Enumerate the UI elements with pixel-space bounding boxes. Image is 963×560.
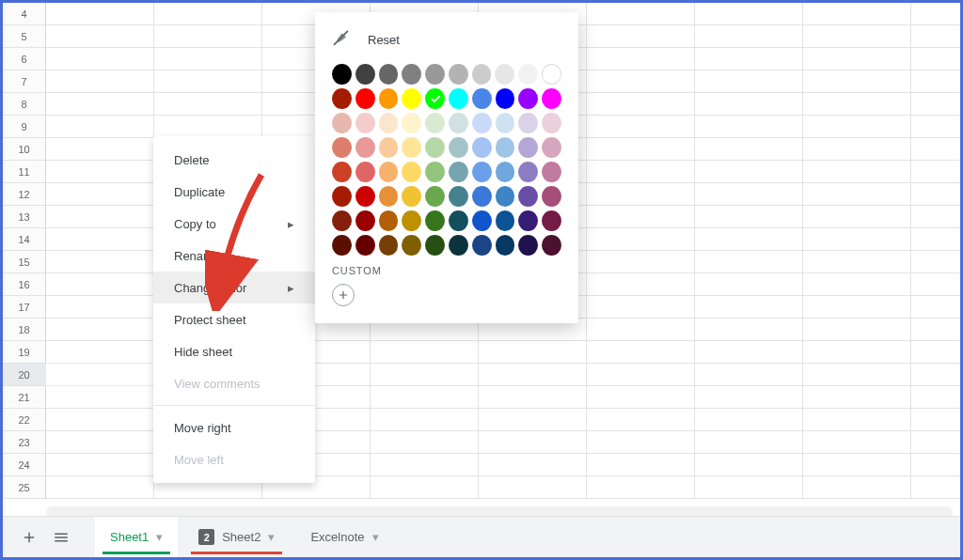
menu-item-rename[interactable]: Rename bbox=[153, 240, 315, 272]
grid-cell[interactable] bbox=[695, 251, 803, 272]
grid-cell[interactable] bbox=[911, 476, 963, 498]
sheet-tab-sheet1[interactable]: Sheet1 ▾ bbox=[95, 517, 178, 557]
row-header[interactable]: 12 bbox=[3, 183, 46, 206]
menu-item-copy-to[interactable]: Copy to▸ bbox=[153, 208, 315, 240]
grid-cell[interactable] bbox=[911, 296, 963, 318]
color-swatch[interactable] bbox=[472, 186, 492, 207]
row-header[interactable]: 21 bbox=[3, 386, 46, 409]
grid-cell[interactable] bbox=[46, 138, 154, 160]
color-swatch[interactable] bbox=[355, 210, 375, 231]
grid-cell[interactable] bbox=[479, 364, 587, 385]
color-swatch[interactable] bbox=[449, 235, 468, 256]
color-swatch[interactable] bbox=[496, 235, 515, 256]
grid-cell[interactable] bbox=[695, 3, 803, 24]
grid-cell[interactable] bbox=[46, 116, 154, 137]
color-swatch[interactable] bbox=[496, 210, 515, 231]
color-swatch[interactable] bbox=[425, 235, 445, 256]
grid-cell[interactable] bbox=[803, 273, 911, 295]
row-header[interactable]: 6 bbox=[3, 48, 46, 70]
color-swatch[interactable] bbox=[355, 186, 375, 207]
color-swatch[interactable] bbox=[332, 162, 352, 182]
grid-cell[interactable] bbox=[371, 476, 479, 498]
row-header[interactable]: 11 bbox=[3, 161, 46, 183]
reset-color-button[interactable]: Reset bbox=[332, 29, 561, 51]
color-swatch[interactable] bbox=[496, 186, 515, 207]
grid-cell[interactable] bbox=[911, 386, 963, 408]
grid-cell[interactable] bbox=[695, 341, 803, 363]
grid-cell[interactable] bbox=[911, 70, 963, 92]
color-swatch[interactable] bbox=[542, 137, 561, 158]
grid-cell[interactable] bbox=[46, 228, 154, 250]
color-swatch[interactable] bbox=[355, 113, 375, 133]
grid-cell[interactable] bbox=[803, 116, 911, 137]
grid-cell[interactable] bbox=[911, 161, 963, 182]
menu-item-duplicate[interactable]: Duplicate bbox=[153, 176, 315, 208]
grid-cell[interactable] bbox=[911, 409, 963, 430]
color-swatch[interactable] bbox=[425, 113, 445, 133]
color-swatch[interactable] bbox=[472, 113, 492, 133]
grid-cell[interactable] bbox=[371, 409, 479, 430]
menu-item-move-right[interactable]: Move right bbox=[153, 412, 315, 443]
color-swatch[interactable] bbox=[449, 137, 468, 158]
grid-cell[interactable] bbox=[803, 319, 911, 340]
grid-cell[interactable] bbox=[46, 296, 154, 318]
grid-cell[interactable] bbox=[695, 273, 803, 295]
grid-cell[interactable] bbox=[587, 431, 695, 453]
grid-cell[interactable] bbox=[695, 431, 803, 453]
color-swatch[interactable] bbox=[449, 113, 468, 133]
grid-cell[interactable] bbox=[46, 183, 154, 205]
grid-cell[interactable] bbox=[46, 386, 154, 408]
grid-cell[interactable] bbox=[695, 25, 803, 47]
grid-cell[interactable] bbox=[46, 206, 154, 227]
grid-cell[interactable] bbox=[695, 183, 803, 205]
grid-cell[interactable] bbox=[803, 138, 911, 160]
color-swatch[interactable] bbox=[496, 88, 515, 109]
grid-cell[interactable] bbox=[803, 3, 911, 24]
color-swatch[interactable] bbox=[425, 162, 445, 182]
color-swatch[interactable] bbox=[379, 235, 399, 256]
color-swatch[interactable] bbox=[472, 64, 492, 85]
grid-cell[interactable] bbox=[587, 386, 695, 408]
grid-cell[interactable] bbox=[154, 25, 262, 47]
color-swatch[interactable] bbox=[379, 210, 399, 231]
row-header[interactable]: 4 bbox=[3, 3, 46, 25]
grid-cell[interactable] bbox=[803, 70, 911, 92]
color-swatch[interactable] bbox=[355, 162, 375, 182]
grid-cell[interactable] bbox=[587, 3, 695, 24]
color-swatch[interactable] bbox=[496, 113, 515, 133]
color-swatch[interactable] bbox=[379, 88, 399, 109]
grid-cell[interactable] bbox=[803, 251, 911, 272]
grid-cell[interactable] bbox=[695, 364, 803, 385]
grid-cell[interactable] bbox=[695, 296, 803, 318]
grid-cell[interactable] bbox=[803, 386, 911, 408]
grid-cell[interactable] bbox=[695, 70, 803, 92]
grid-cell[interactable] bbox=[803, 161, 911, 182]
grid-cell[interactable] bbox=[371, 341, 479, 363]
grid-cell[interactable] bbox=[911, 364, 963, 385]
grid-cell[interactable] bbox=[911, 138, 963, 160]
color-swatch[interactable] bbox=[332, 210, 352, 231]
color-swatch[interactable] bbox=[402, 137, 421, 158]
grid-cell[interactable] bbox=[371, 386, 479, 408]
grid-cell[interactable] bbox=[911, 341, 963, 363]
color-swatch[interactable] bbox=[542, 186, 561, 207]
color-swatch[interactable] bbox=[518, 162, 538, 182]
grid-cell[interactable] bbox=[479, 409, 587, 430]
color-swatch[interactable] bbox=[472, 162, 492, 182]
color-swatch[interactable] bbox=[425, 88, 445, 109]
grid-cell[interactable] bbox=[911, 206, 963, 227]
color-swatch[interactable] bbox=[472, 137, 492, 158]
color-swatch[interactable] bbox=[379, 64, 399, 85]
color-swatch[interactable] bbox=[332, 186, 352, 207]
grid-cell[interactable] bbox=[587, 183, 695, 205]
grid-cell[interactable] bbox=[479, 454, 587, 475]
grid-cell[interactable] bbox=[154, 93, 262, 115]
grid-cell[interactable] bbox=[587, 138, 695, 160]
grid-cell[interactable] bbox=[46, 476, 154, 498]
grid-cell[interactable] bbox=[46, 273, 154, 295]
grid-cell[interactable] bbox=[46, 341, 154, 363]
grid-cell[interactable] bbox=[46, 319, 154, 340]
grid-cell[interactable] bbox=[46, 70, 154, 92]
color-swatch[interactable] bbox=[355, 88, 375, 109]
color-swatch[interactable] bbox=[496, 162, 515, 182]
